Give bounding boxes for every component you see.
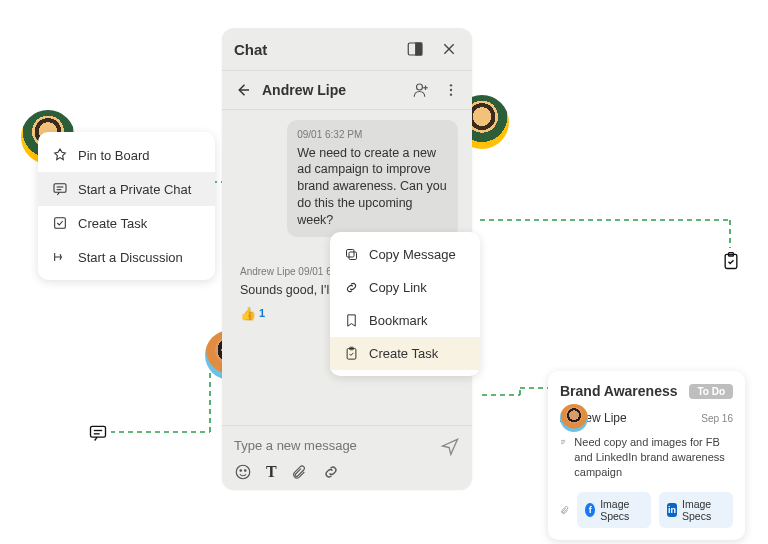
emoji-icon[interactable]	[234, 463, 252, 481]
chat-bubble-icon	[85, 420, 111, 446]
status-badge: To Do	[689, 384, 733, 399]
svg-point-22	[450, 89, 452, 91]
message-incoming[interactable]: 09/01 6:32 PM We need to create a new ad…	[287, 120, 458, 237]
svg-rect-36	[55, 218, 66, 229]
task-description: Need copy and images for FB and LinkedIn…	[574, 435, 733, 480]
svg-point-32	[245, 470, 247, 472]
svg-point-23	[450, 93, 452, 95]
facebook-icon: f	[585, 503, 595, 517]
linkedin-icon: in	[667, 503, 677, 517]
svg-rect-33	[54, 184, 66, 193]
menu-create-task[interactable]: Create Task	[38, 206, 215, 240]
svg-rect-38	[347, 250, 355, 258]
description-icon	[560, 435, 566, 449]
panel-toggle-icon[interactable]	[404, 38, 426, 60]
clipboard-check-icon	[718, 248, 744, 274]
svg-rect-14	[416, 43, 422, 55]
svg-point-21	[450, 84, 452, 86]
menu-copy-link[interactable]: Copy Link	[330, 271, 480, 304]
menu-start-discussion[interactable]: Start a Discussion	[38, 240, 215, 274]
add-user-icon[interactable]	[410, 79, 432, 101]
menu-bookmark[interactable]: Bookmark	[330, 304, 480, 337]
attachment-icon[interactable]	[291, 463, 307, 481]
svg-rect-37	[349, 252, 357, 260]
link-icon[interactable]	[321, 463, 341, 481]
format-text-icon[interactable]: T	[266, 463, 277, 481]
back-icon[interactable]	[232, 79, 254, 101]
attachment-icon	[560, 503, 569, 517]
menu-copy-message[interactable]: Copy Message	[330, 238, 480, 271]
svg-rect-8	[91, 426, 106, 437]
svg-point-31	[240, 470, 242, 472]
close-icon[interactable]	[438, 38, 460, 60]
message-body: We need to create a new ad campaign to i…	[297, 145, 448, 229]
menu-create-task[interactable]: Create Task	[330, 337, 480, 370]
task-title: Brand Awareness	[560, 383, 678, 399]
svg-point-18	[417, 84, 423, 90]
contact-name: Andrew Lipe	[262, 82, 402, 98]
menu-start-private-chat[interactable]: Start a Private Chat	[38, 172, 215, 206]
user-context-menu: Pin to Board Start a Private Chat Create…	[38, 132, 215, 280]
chat-title: Chat	[234, 41, 267, 58]
task-card[interactable]: Brand Awareness To Do Andrew Lipe Sep 16…	[548, 371, 745, 540]
send-icon[interactable]	[440, 436, 460, 456]
avatar	[560, 404, 588, 432]
compose-input[interactable]	[234, 432, 440, 459]
timestamp: 09/01 6:32 PM	[297, 128, 448, 142]
svg-point-30	[236, 465, 250, 479]
attachment-linkedin-specs[interactable]: in Image Specs	[659, 492, 733, 528]
more-icon[interactable]	[440, 79, 462, 101]
attachment-fb-specs[interactable]: f Image Specs	[577, 492, 651, 528]
menu-pin-to-board[interactable]: Pin to Board	[38, 138, 215, 172]
due-date: Sep 16	[701, 413, 733, 424]
message-context-menu: Copy Message Copy Link Bookmark Create T…	[330, 232, 480, 376]
